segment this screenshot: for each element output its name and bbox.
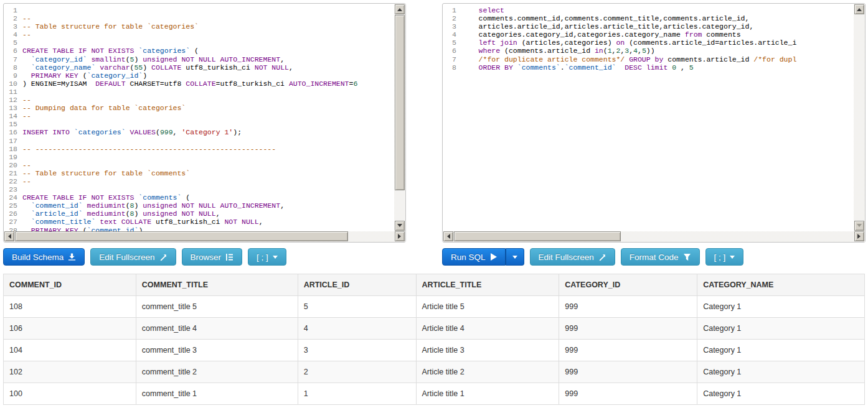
code-token: VALUES	[130, 128, 156, 136]
table-cell: 2	[298, 361, 416, 383]
code-line[interactable]: 13-- Dumping data for table `categories`	[4, 104, 394, 112]
code-line[interactable]: 23	[4, 185, 394, 193]
code-line[interactable]: 15	[4, 120, 394, 128]
run-sql-label: Run SQL	[451, 253, 486, 262]
query-terminator-dropdown[interactable]: [ ; ]	[705, 248, 744, 266]
code-line[interactable]: 5	[4, 39, 394, 47]
code-line[interactable]: 12--	[4, 96, 394, 104]
edit-fullscreen-button[interactable]: Edit Fullscreen	[90, 248, 176, 266]
code-line[interactable]: 6 where (comments.article_id in(1,2,3,4,…	[443, 47, 854, 55]
code-line[interactable]: 11	[4, 88, 394, 96]
column-header: ARTICLE_TITLE	[416, 274, 559, 296]
code-line[interactable]: 5 left join (articles,categories) on (co…	[443, 39, 854, 47]
code-token: articles.article_id,articles.article_tit…	[461, 22, 753, 30]
scroll-right-button[interactable]	[395, 231, 405, 241]
code-token: `categories`	[74, 128, 126, 136]
table-cell: comment_title 5	[136, 296, 298, 318]
code-line[interactable]: 27 `comment_title` text COLLATE utf8_tur…	[4, 218, 394, 226]
line-number: 16	[4, 128, 22, 136]
code-line[interactable]: 8 ORDER BY `comments`.`comment_id` DESC …	[443, 63, 854, 72]
run-sql-split-button: Run SQL	[442, 248, 524, 266]
scroll-thumb[interactable]	[395, 15, 405, 190]
resize-full-icon	[159, 253, 167, 261]
code-token: )	[134, 202, 143, 210]
scroll-thumb[interactable]	[15, 231, 348, 241]
code-token: /*for dupl	[753, 55, 796, 63]
build-schema-button[interactable]: Build Schema	[3, 248, 85, 266]
scroll-right-button[interactable]	[854, 231, 864, 241]
code-token: left join	[479, 39, 517, 47]
code-line[interactable]: 4 categories.category_id,categories.cate…	[443, 30, 854, 39]
code-line[interactable]: 3-- Table structure for table `categorie…	[4, 22, 394, 30]
code-token: CHARSET=utf8	[126, 80, 186, 88]
code-line[interactable]: 18-- -----------------------------------…	[4, 145, 394, 153]
code-line[interactable]: 20--	[4, 161, 394, 169]
code-token	[461, 55, 479, 63]
query-vertical-scrollbar[interactable]	[854, 4, 865, 231]
scroll-up-button[interactable]	[395, 4, 405, 14]
code-line[interactable]: 7 /*for duplicate article comments*/ GRO…	[443, 55, 854, 63]
code-line[interactable]: 19	[4, 153, 394, 161]
code-line[interactable]: 8 `category_name` varchar(55) COLLATE ut…	[4, 63, 394, 72]
line-number: 2	[443, 14, 461, 22]
schema-horizontal-scrollbar[interactable]	[4, 231, 405, 242]
line-number: 13	[4, 104, 22, 112]
schema-vertical-scrollbar[interactable]	[394, 4, 405, 231]
code-token: 6	[353, 80, 357, 88]
table-cell: comment_title 4	[136, 318, 298, 340]
schema-editor[interactable]: 12--3-- Table structure for table `categ…	[4, 4, 394, 231]
table-row: 102comment_title 22Article title 2999Cat…	[4, 361, 865, 383]
code-line[interactable]: 2--	[4, 14, 394, 22]
triangle-left-icon	[445, 234, 450, 239]
scroll-up-button[interactable]	[854, 4, 864, 14]
code-line[interactable]: 1 select	[443, 6, 854, 14]
code-line[interactable]: 26 `article_id` mediumint(8) unsigned NO…	[4, 210, 394, 218]
code-token	[126, 128, 130, 136]
code-token: on	[616, 39, 625, 47]
schema-terminator-dropdown[interactable]: [ ; ]	[248, 248, 286, 266]
code-token: mediumint	[87, 210, 126, 218]
code-line[interactable]: 10) ENGINE=MyISAM DEFAULT CHARSET=utf8 C…	[4, 80, 394, 88]
code-line[interactable]: 28 PRIMARY KEY (`comment_id`),	[4, 226, 394, 231]
code-line[interactable]: 7 `category_id` smallint(5) unsigned NOT…	[4, 55, 394, 63]
line-number: 7	[443, 55, 461, 63]
browser-button[interactable]: Browser	[182, 248, 243, 266]
edit-fullscreen-button[interactable]: Edit Fullscreen	[530, 248, 615, 266]
code-line[interactable]: 2 comments.comment_id,comments.comment_t…	[443, 14, 854, 22]
code-token: -- Table structure for table `comments`	[22, 169, 190, 177]
scroll-down-button[interactable]	[395, 221, 405, 231]
scroll-down-button[interactable]	[854, 221, 864, 231]
code-token: `comment_title`	[31, 218, 96, 226]
code-line[interactable]: 3 articles.article_id,articles.article_t…	[443, 22, 854, 30]
scroll-thumb[interactable]	[454, 231, 621, 241]
query-horizontal-scrollbar[interactable]	[443, 231, 865, 242]
table-cell: Article title 5	[416, 296, 559, 318]
code-token	[22, 55, 31, 63]
code-token	[22, 202, 31, 210]
run-sql-button[interactable]: Run SQL	[442, 248, 506, 266]
code-line[interactable]: 4--	[4, 30, 394, 39]
code-line[interactable]: 16INSERT INTO `categories` VALUES(999, '…	[4, 128, 394, 136]
code-line[interactable]: 14--	[4, 112, 394, 120]
code-line[interactable]: 1	[4, 6, 394, 14]
code-line[interactable]: 9 PRIMARY KEY (`category_id`)	[4, 72, 394, 80]
code-line[interactable]: 21-- Table structure for table `comments…	[4, 169, 394, 177]
code-token	[22, 72, 31, 80]
code-token: `comments`	[138, 193, 181, 202]
code-line[interactable]: 24CREATE TABLE IF NOT EXISTS `comments` …	[4, 193, 394, 202]
scroll-left-button[interactable]	[4, 231, 14, 241]
triangle-up-icon	[857, 6, 862, 11]
code-token: unsigned NOT NULL	[143, 210, 215, 218]
code-token: -- -------------------------------------…	[22, 145, 276, 153]
code-token: CREATE TABLE IF NOT EXISTS	[22, 193, 134, 202]
run-sql-dropdown-toggle[interactable]	[506, 248, 524, 266]
sql-query-editor[interactable]: 1 select2 comments.comment_id,comments.c…	[443, 4, 854, 231]
code-line[interactable]: 17	[4, 137, 394, 145]
code-line[interactable]: 25 `comment_id` mediumint(8) unsigned NO…	[4, 202, 394, 210]
line-number: 14	[4, 112, 22, 120]
scroll-left-button[interactable]	[443, 231, 453, 241]
code-token: 4	[633, 47, 638, 55]
code-line[interactable]: 6CREATE TABLE IF NOT EXISTS `categories`…	[4, 47, 394, 55]
code-line[interactable]: 22--	[4, 177, 394, 185]
format-code-button[interactable]: Format Code	[621, 248, 700, 266]
